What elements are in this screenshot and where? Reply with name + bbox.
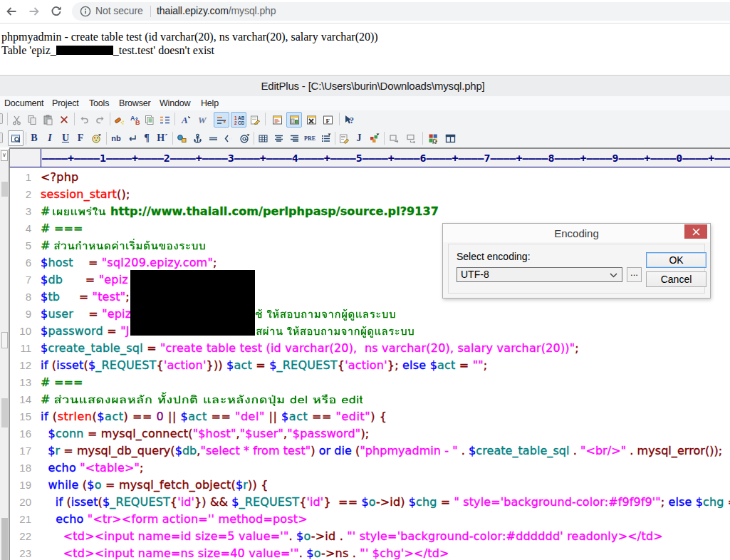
menu-window[interactable]: Window [160, 96, 190, 110]
info-icon[interactable] [80, 6, 91, 17]
line-number-button[interactable] [231, 112, 246, 128]
menu-help[interactable]: Help [201, 96, 219, 110]
url-text[interactable]: thaiall.epizy.com/mysql.php [157, 5, 276, 16]
script-button[interactable] [336, 130, 352, 146]
mailto-button[interactable] [236, 130, 252, 146]
cancel-button[interactable]: Cancel [646, 271, 706, 287]
word-wrap-button[interactable] [214, 112, 229, 128]
code-token: { [380, 410, 387, 423]
indent-button[interactable] [157, 112, 172, 128]
preferences-button[interactable] [247, 112, 263, 128]
delete-button[interactable] [56, 112, 72, 128]
more-encodings-button[interactable]: ... [627, 267, 642, 282]
line-break-button[interactable] [124, 130, 140, 146]
word-style-button[interactable] [195, 112, 211, 128]
code-line-12: 12if (isset($_REQUEST{'action'})) $act =… [9, 357, 730, 374]
code-token: "edit" [336, 410, 371, 423]
window-split-button[interactable] [442, 130, 458, 146]
help-button[interactable] [341, 112, 357, 128]
code-token: chg [703, 495, 724, 509]
code-token: == [132, 410, 152, 423]
editplus-title-bar[interactable]: EditPlus - [C:\Users\burin\Downloads\mys… [0, 76, 730, 96]
replace-button[interactable] [127, 112, 142, 128]
ok-button[interactable]: OK [646, 252, 706, 268]
align-right-button[interactable] [286, 130, 302, 146]
image-button[interactable] [174, 130, 189, 146]
line-number: 15 [9, 408, 31, 425]
view-tool-button[interactable] [303, 112, 319, 128]
javascript-icon: J [357, 133, 362, 144]
nbsp-button[interactable]: nb [108, 130, 124, 146]
code-token: _REQUEST [95, 358, 156, 372]
code-token [41, 461, 48, 475]
pre-button[interactable]: PRE [302, 130, 318, 146]
align-center-button[interactable] [271, 130, 286, 146]
span-button[interactable] [386, 130, 402, 146]
cut-button[interactable] [9, 112, 25, 128]
undo-button[interactable] [76, 112, 92, 128]
code-token: $ [409, 495, 416, 509]
font-button[interactable] [178, 112, 194, 128]
scrollbar-thumb2[interactable] [1, 398, 8, 427]
code-token: "del" [235, 410, 265, 423]
window-color-button[interactable] [425, 130, 441, 146]
view-func-button[interactable] [320, 112, 335, 128]
copy-button[interactable] [24, 112, 40, 128]
line-number: 23 [9, 545, 31, 560]
menu-document[interactable]: Document [4, 96, 43, 110]
dialog-title: Encoding [443, 224, 710, 242]
horizontal-rule-icon [208, 133, 219, 144]
dialog-close-button[interactable] [684, 224, 707, 239]
preferences-icon [250, 115, 261, 125]
address-bar[interactable]: Not secure thaiall.epizy.com/mysql.php [72, 2, 730, 21]
code-token: while [48, 478, 79, 492]
encoding-select[interactable]: UTF-8 [457, 267, 622, 282]
code-token [41, 427, 48, 440]
line-number: 7 [9, 271, 31, 289]
line-number: 22 [9, 528, 31, 545]
bold-button[interactable]: B [26, 130, 42, 146]
menu-project[interactable]: Project [52, 96, 79, 110]
line-number: 6 [9, 254, 31, 271]
line-number: 9 [9, 306, 31, 323]
heading-button[interactable]: Hˊ [155, 130, 170, 146]
table-button[interactable] [255, 130, 271, 146]
menu-tools[interactable]: Tools [89, 96, 109, 110]
list-button[interactable] [318, 130, 333, 146]
scrollbar-thumb3[interactable] [1, 518, 8, 560]
code-token: # === [41, 375, 83, 389]
paste-button[interactable] [40, 112, 56, 128]
code-token: act [234, 358, 251, 372]
copy-all-button[interactable] [142, 112, 157, 128]
scroll-top-button[interactable]: ∨ [1, 150, 8, 161]
scrollbar-thumb[interactable] [1, 182, 8, 197]
window-split-icon [445, 133, 456, 144]
code-line-16: 16 $conn = mysql_connect("$host","$user"… [9, 425, 730, 442]
view-doc-button[interactable] [269, 112, 285, 128]
forward-icon[interactable] [28, 5, 41, 18]
paragraph-button[interactable]: ¶ [139, 130, 155, 146]
div-button[interactable] [403, 130, 419, 146]
back-icon[interactable] [5, 5, 18, 18]
code-line-15: 15if (strlen($act) == 0 || $act == "del"… [9, 408, 730, 425]
view-window-button[interactable] [286, 112, 302, 128]
reload-icon[interactable] [50, 5, 63, 18]
italic-button[interactable]: I [42, 130, 58, 146]
javascript-button[interactable]: J [351, 130, 367, 146]
anchor-button[interactable] [189, 130, 205, 146]
font-tag-button[interactable]: F [73, 130, 88, 146]
menu-browser[interactable]: Browser [119, 96, 150, 110]
horizontal-rule-button[interactable] [205, 130, 221, 146]
code-token: == [338, 495, 358, 509]
underline-button[interactable]: U [58, 130, 73, 146]
code-line-10: 10$password = "J [9, 323, 730, 340]
browser-preview-button[interactable] [8, 130, 24, 146]
color-button[interactable] [88, 130, 104, 146]
applet-button[interactable] [366, 130, 382, 146]
code-token: o [314, 546, 321, 560]
find-button[interactable] [111, 112, 127, 128]
redo-button[interactable] [92, 112, 108, 128]
code-token: <?php [41, 170, 78, 184]
redaction-box-large [130, 270, 255, 336]
comment-button[interactable] [221, 130, 236, 146]
